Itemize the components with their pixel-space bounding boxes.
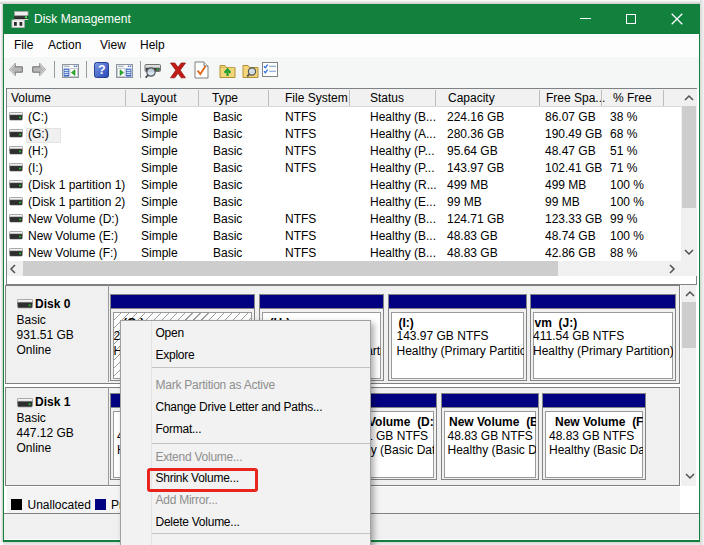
svg-text:?: ? [98, 63, 106, 77]
